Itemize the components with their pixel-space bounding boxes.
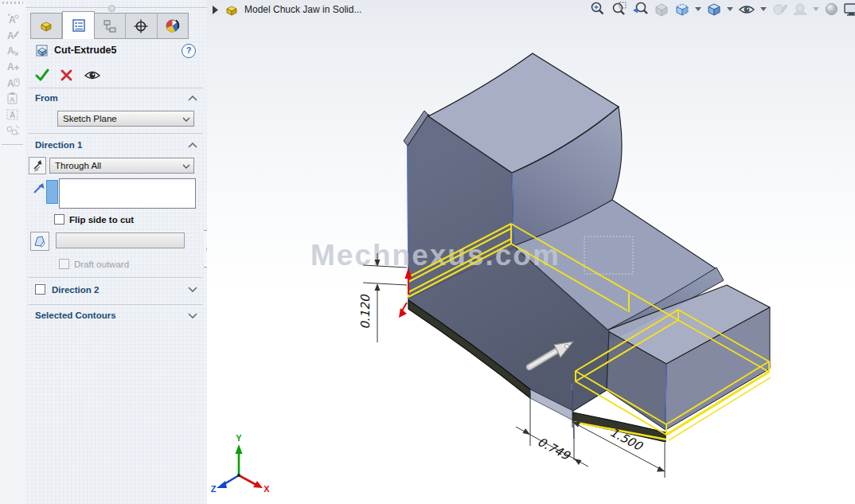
tab-featuremanager-tree[interactable] (31, 14, 62, 38)
preview-eye-button[interactable] (84, 69, 101, 81)
feature-title: Cut-Extrude5 (54, 45, 116, 56)
divider (29, 133, 202, 134)
draft-angle-field[interactable] (56, 232, 185, 248)
annotation-toolbar: A A A A A A A (0, 0, 26, 504)
svg-text:A: A (7, 45, 14, 57)
add-annotation-icon[interactable]: A (4, 60, 21, 73)
ok-button[interactable] (35, 68, 49, 81)
panel-splitter[interactable] (25, 7, 207, 8)
svg-text:A: A (7, 61, 14, 72)
configuration-icon (103, 19, 117, 33)
svg-text:A: A (7, 78, 14, 89)
chevron-up-icon[interactable] (188, 143, 197, 148)
svg-text:Mechnexus.com: Mechnexus.com (310, 239, 560, 272)
draft-button[interactable] (30, 232, 49, 251)
svg-text:A: A (10, 111, 15, 119)
svg-text:A: A (7, 30, 14, 41)
draft-icon (33, 234, 47, 248)
manager-tabs (30, 13, 189, 39)
tab-propertymanager[interactable] (62, 11, 94, 39)
annotation-split-icon[interactable] (4, 123, 21, 137)
model-scene: Mechnexus.com (207, 0, 855, 504)
chevron-down-icon (182, 117, 190, 122)
direction2-checkbox[interactable] (35, 284, 45, 295)
divider (29, 88, 202, 88)
section-selected-contours[interactable]: Selected Contours (35, 311, 116, 320)
watermark: Mechnexus.com (310, 236, 633, 274)
flip-side-label: Flip side to cut (69, 215, 134, 225)
end-condition-value: Through All (55, 161, 101, 170)
tab-dimxpertmanager[interactable] (126, 14, 157, 38)
svg-text:0.120: 0.120 (358, 294, 373, 329)
chevron-down-icon[interactable] (188, 313, 197, 318)
chevron-down-icon[interactable] (188, 287, 197, 292)
direction-reference-icon (32, 182, 46, 196)
paste-annotation-icon[interactable]: A (4, 92, 21, 105)
draft-outward-checkbox[interactable] (59, 259, 69, 269)
chevron-up-icon[interactable] (188, 96, 197, 101)
from-plane-dropdown[interactable]: Sketch Plane (57, 111, 194, 127)
new-note-icon[interactable]: A (4, 12, 21, 25)
annotation-area-icon[interactable]: A (4, 107, 21, 121)
chevron-down-icon (182, 164, 190, 169)
cut-extrude-icon (35, 44, 49, 58)
divider (29, 277, 202, 278)
svg-text:A: A (9, 14, 16, 25)
svg-text:Y: Y (236, 433, 242, 443)
edit-annotation-icon[interactable]: A (4, 28, 21, 41)
displaymanager-icon (165, 18, 180, 33)
annotation-block-icon[interactable]: A (4, 76, 21, 89)
tab-configurationmanager[interactable] (95, 14, 126, 38)
reverse-direction-button[interactable] (29, 157, 46, 174)
draft-outward-label: Draft outward (74, 260, 129, 269)
svg-text:X: X (264, 484, 270, 494)
part-icon (38, 19, 54, 33)
propertymanager-icon (72, 18, 86, 33)
selection-color-swatch (46, 180, 58, 204)
svg-text:A: A (10, 96, 15, 104)
divider (29, 304, 202, 305)
flip-side-checkbox[interactable] (54, 214, 64, 225)
property-manager-panel: Cut-Extrude5 ? From Sketch Plane Directi… (25, 0, 208, 504)
toolbar-grip[interactable] (2, 2, 23, 4)
svg-text:0.749: 0.749 (535, 435, 573, 464)
reverse-direction-icon (31, 159, 44, 172)
dimxpert-icon (133, 18, 149, 34)
tab-displaymanager[interactable] (158, 14, 188, 38)
section-direction1[interactable]: Direction 1 (35, 140, 82, 150)
cancel-button[interactable] (61, 69, 72, 81)
direction-selection-box[interactable] (59, 178, 196, 209)
from-plane-value: Sketch Plane (63, 114, 117, 123)
section-direction2[interactable]: Direction 2 (52, 285, 99, 295)
help-button[interactable]: ? (182, 44, 196, 58)
note-arrow-icon[interactable]: A (4, 44, 21, 57)
graphics-area[interactable]: Model Chuck Jaw in Solid... (207, 0, 855, 504)
toolbar-divider (2, 144, 23, 145)
feature-header: Cut-Extrude5 ? (33, 44, 199, 60)
svg-text:Z: Z (211, 484, 217, 494)
reference-triad: Y X Z (211, 433, 271, 494)
end-condition-dropdown[interactable]: Through All (49, 158, 194, 174)
section-from[interactable]: From (35, 93, 58, 103)
